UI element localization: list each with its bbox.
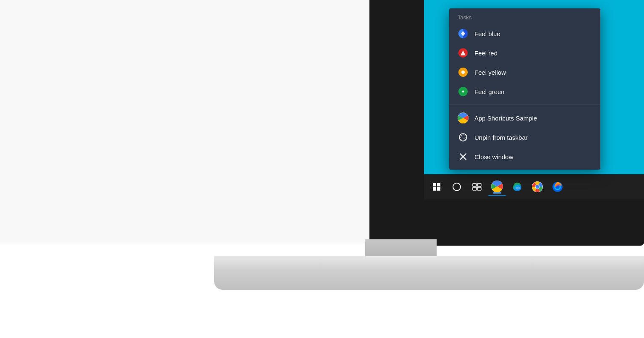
screen-background-right (602, 0, 644, 197)
start-button[interactable] (427, 178, 446, 196)
edge-button[interactable] (508, 178, 526, 196)
feel-blue-icon (458, 28, 469, 39)
svg-point-31 (536, 185, 539, 189)
svg-line-17 (465, 135, 466, 136)
active-indicator (493, 192, 501, 194)
svg-rect-22 (473, 183, 476, 186)
feel-red-label: Feel red (474, 50, 497, 57)
chrome-button[interactable] (528, 178, 547, 196)
close-icon (458, 151, 469, 162)
taskbar (424, 174, 644, 199)
laptop-base (214, 256, 644, 290)
windows-logo-icon (433, 183, 440, 191)
svg-line-19 (461, 136, 465, 139)
app-shortcuts-taskbar-button[interactable] (488, 178, 506, 196)
menu-divider (449, 105, 600, 105)
feel-blue-label: Feel blue (474, 30, 500, 37)
app-shortcuts-icon (458, 113, 469, 123)
feel-green-label: Feel green (474, 88, 505, 95)
menu-item-close[interactable]: Close window (449, 147, 600, 166)
feel-red-icon (458, 47, 469, 58)
menu-item-feel-red[interactable]: Feel red (449, 43, 600, 63)
svg-point-6 (461, 71, 465, 74)
chrome-icon (531, 181, 543, 193)
svg-point-28 (516, 187, 521, 190)
laptop-body-left (0, 0, 369, 244)
menu-item-app-name: App Shortcuts Sample (449, 108, 600, 128)
task-view-button[interactable] (468, 178, 486, 196)
app-name-label: App Shortcuts Sample (474, 115, 537, 122)
tasks-section-label: Tasks (449, 12, 600, 24)
svg-rect-25 (477, 187, 481, 190)
svg-line-15 (461, 135, 462, 136)
firefox-button[interactable] (548, 178, 567, 196)
circle-icon (453, 183, 461, 191)
context-menu: Tasks Feel blue (449, 8, 600, 170)
svg-line-18 (461, 139, 462, 140)
edge-icon (511, 181, 523, 193)
app-shortcuts-taskbar-icon (491, 180, 503, 193)
menu-item-feel-yellow[interactable]: Feel yellow (449, 63, 600, 82)
svg-rect-23 (477, 183, 481, 186)
search-button[interactable] (448, 178, 466, 196)
close-window-label: Close window (474, 153, 513, 160)
unpin-label: Unpin from taskbar (474, 134, 528, 141)
svg-rect-24 (473, 187, 476, 190)
menu-item-feel-blue[interactable]: Feel blue (449, 24, 600, 43)
unpin-icon (458, 132, 469, 143)
feel-yellow-icon (458, 67, 469, 78)
svg-line-16 (465, 139, 466, 140)
menu-item-unpin[interactable]: Unpin from taskbar (449, 128, 600, 147)
menu-item-feel-green[interactable]: Feel green (449, 82, 600, 101)
feel-yellow-label: Feel yellow (474, 69, 506, 76)
task-view-icon (472, 182, 482, 191)
feel-green-icon (458, 86, 469, 97)
firefox-icon (552, 181, 563, 193)
